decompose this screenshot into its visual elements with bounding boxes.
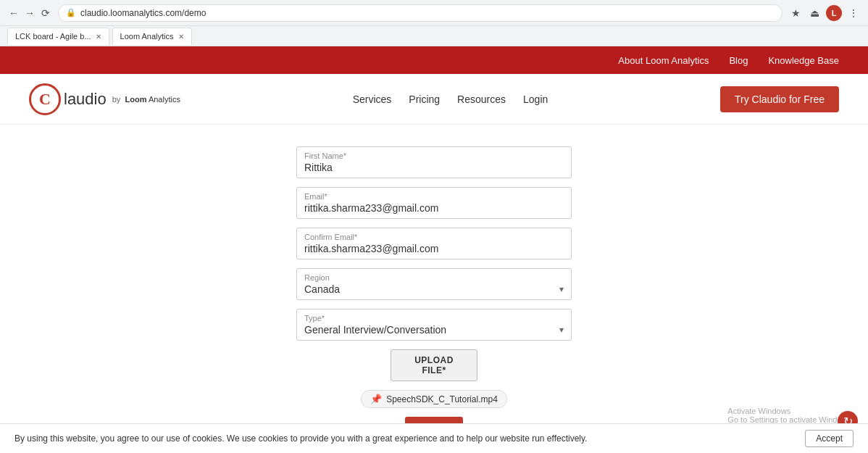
- profile-avatar[interactable]: L: [826, 5, 842, 21]
- nav-pricing[interactable]: Pricing: [409, 93, 440, 105]
- top-nav: About Loom Analytics Blog Knowledge Base: [0, 46, 868, 74]
- first-name-input[interactable]: [304, 162, 564, 173]
- url-text: claudio.loomanalytics.com/demo: [80, 8, 206, 18]
- about-link[interactable]: About Loom Analytics: [618, 55, 709, 66]
- region-label: Region: [304, 273, 564, 282]
- logo-analytics: Analytics: [149, 95, 180, 104]
- accept-button[interactable]: Accept: [805, 430, 854, 447]
- nav-buttons: ← → ⟳: [7, 7, 52, 20]
- blog-link[interactable]: Blog: [729, 55, 748, 66]
- main-nav: Services Pricing Resources Login: [353, 93, 548, 105]
- region-field: Region Canada United States United Kingd…: [296, 268, 572, 300]
- logo-by: by Loom Analytics: [112, 95, 180, 104]
- email-label: Email*: [304, 192, 564, 201]
- tab-lck-label: LCK board - Agile b...: [15, 32, 91, 41]
- try-claudio-button[interactable]: Try Claudio for Free: [720, 86, 839, 112]
- knowledge-base-link[interactable]: Knowledge Base: [768, 55, 839, 66]
- email-input[interactable]: [304, 202, 564, 214]
- confirm-email-label: Confirm Email*: [304, 233, 564, 241]
- address-bar[interactable]: 🔒 claudio.loomanalytics.com/demo: [58, 4, 783, 22]
- confirm-email-input[interactable]: [304, 243, 564, 254]
- forward-button[interactable]: →: [23, 7, 36, 20]
- main-header: C laudio by Loom Analytics Services Pric…: [0, 74, 868, 125]
- confirm-email-field: Confirm Email*: [296, 228, 572, 259]
- region-select-wrapper: Canada United States United Kingdom Aust…: [304, 283, 564, 295]
- nav-login[interactable]: Login: [523, 93, 548, 105]
- logo-appname: laudio: [64, 90, 107, 109]
- page-content: First Name* Email* Confirm Email* Region…: [0, 125, 868, 453]
- type-select[interactable]: General Interview/Conversation Legal Pro…: [304, 324, 564, 336]
- logo-loom: Loom: [125, 95, 146, 104]
- tab-lck[interactable]: LCK board - Agile b... ✕: [7, 28, 109, 45]
- browser-actions: ★ ⏏ L ⋮: [788, 5, 861, 21]
- file-name: SpeechSDK_C_Tutorial.mp4: [386, 394, 498, 404]
- tabs-bar: LCK board - Agile b... ✕ Loom Analytics …: [0, 26, 868, 46]
- first-name-label: First Name*: [304, 151, 564, 160]
- paperclip-icon: 📌: [370, 394, 382, 404]
- extensions-button[interactable]: ⏏: [807, 6, 822, 20]
- bookmark-button[interactable]: ★: [788, 6, 803, 20]
- logo: C laudio by Loom Analytics: [29, 83, 180, 115]
- back-button[interactable]: ←: [7, 7, 20, 20]
- type-label: Type*: [304, 314, 564, 323]
- tab-loom[interactable]: Loom Analytics ✕: [112, 28, 192, 45]
- tab-loom-close[interactable]: ✕: [178, 33, 184, 41]
- region-select[interactable]: Canada United States United Kingdom Aust…: [304, 283, 564, 295]
- windows-watermark: Activate Windows Go to Settings to activ…: [727, 407, 854, 424]
- type-select-wrapper: General Interview/Conversation Legal Pro…: [304, 324, 564, 336]
- upload-file-button[interactable]: UPLOAD FILE*: [391, 349, 477, 381]
- reload-button[interactable]: ⟳: [39, 7, 52, 20]
- watermark-line1: Activate Windows: [727, 407, 854, 415]
- browser-bar: ← → ⟳ 🔒 claudio.loomanalytics.com/demo ★…: [0, 0, 868, 26]
- cookie-bar: By using this website, you agree to our …: [0, 423, 868, 453]
- email-field: Email*: [296, 187, 572, 219]
- type-field: Type* General Interview/Conversation Leg…: [296, 309, 572, 341]
- menu-button[interactable]: ⋮: [846, 6, 861, 20]
- tab-lck-close[interactable]: ✕: [96, 33, 101, 41]
- nav-services[interactable]: Services: [353, 93, 392, 105]
- cookie-message: By using this website, you agree to our …: [14, 433, 587, 444]
- file-badge: 📌 SpeechSDK_C_Tutorial.mp4: [361, 390, 507, 408]
- logo-letter: C: [29, 83, 61, 115]
- tab-loom-label: Loom Analytics: [120, 32, 174, 41]
- lock-icon: 🔒: [66, 8, 76, 17]
- form-container: First Name* Email* Confirm Email* Region…: [296, 146, 572, 453]
- nav-resources[interactable]: Resources: [457, 93, 506, 105]
- first-name-field: First Name*: [296, 146, 572, 178]
